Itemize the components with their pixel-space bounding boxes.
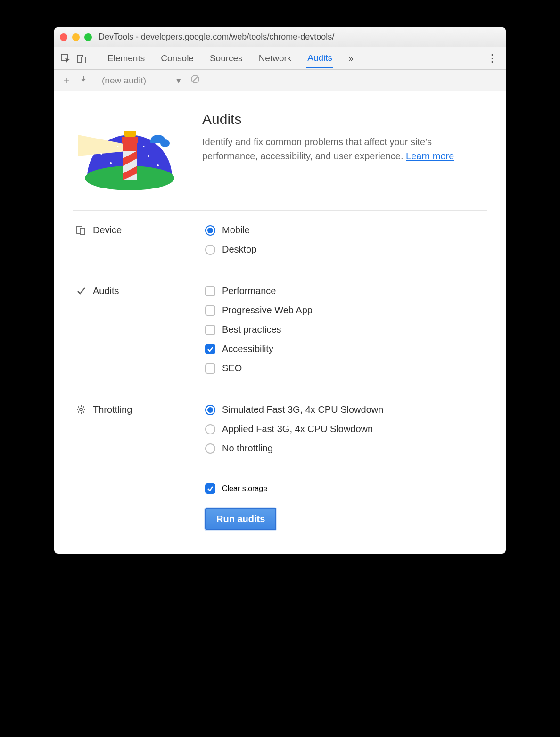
svg-point-16 <box>157 164 159 166</box>
audits-subtoolbar: ＋ (new audit) ▾ <box>54 70 506 91</box>
traffic-lights <box>60 33 92 41</box>
radio-icon <box>205 424 215 434</box>
audits-selection-section: Audits Performance Progressive Web App B… <box>73 271 487 390</box>
device-option-desktop[interactable]: Desktop <box>205 244 256 255</box>
check-icon <box>76 286 86 296</box>
throttling-section: Throttling Simulated Fast 3G, 4x CPU Slo… <box>73 390 487 470</box>
audit-option-best-practices[interactable]: Best practices <box>205 324 313 335</box>
throttling-option-simulated[interactable]: Simulated Fast 3G, 4x CPU Slowdown <box>205 404 383 415</box>
minimize-window-button[interactable] <box>72 33 80 41</box>
option-label: Progressive Web App <box>222 305 313 316</box>
throttling-options: Simulated Fast 3G, 4x CPU Slowdown Appli… <box>205 404 383 454</box>
option-label: Desktop <box>222 244 256 255</box>
option-label: Accessibility <box>222 344 273 354</box>
inspect-element-icon[interactable] <box>59 52 72 65</box>
checkbox-icon <box>205 363 215 374</box>
tab-network[interactable]: Network <box>258 49 293 68</box>
tab-audits[interactable]: Audits <box>306 48 333 68</box>
throttling-section-label: Throttling <box>73 404 205 454</box>
audit-option-accessibility[interactable]: Accessibility <box>205 344 313 354</box>
devtools-window: DevTools - developers.google.com/web/too… <box>54 27 506 554</box>
footer-section: Clear storage Run audits <box>73 470 487 530</box>
checkbox-icon <box>205 344 215 354</box>
audit-selector-label: (new audit) <box>102 75 146 86</box>
svg-point-13 <box>100 153 102 155</box>
svg-rect-7 <box>124 131 136 137</box>
option-label: SEO <box>222 363 242 374</box>
window-title: DevTools - developers.google.com/web/too… <box>99 32 334 42</box>
svg-point-18 <box>143 146 145 147</box>
option-label: Simulated Fast 3G, 4x CPU Slowdown <box>222 404 383 415</box>
devtools-main-toolbar: Elements Console Sources Network Audits … <box>54 47 506 70</box>
radio-icon <box>205 405 215 415</box>
radio-icon <box>205 225 215 236</box>
device-toolbar-icon[interactable] <box>75 52 88 65</box>
clear-storage-option[interactable]: Clear storage <box>205 483 267 494</box>
svg-rect-20 <box>80 228 85 234</box>
audits-options: Performance Progressive Web App Best pra… <box>205 286 313 374</box>
audit-option-performance[interactable]: Performance <box>205 286 313 296</box>
audits-intro-text: Audits Identify and fix common problems … <box>202 111 487 163</box>
option-label: Applied Fast 3G, 4x CPU Slowdown <box>222 424 373 434</box>
chevron-down-icon: ▾ <box>176 75 181 86</box>
audits-header: Audits Identify and fix common problems … <box>73 111 487 191</box>
audits-panel-content: Audits Identify and fix common problems … <box>54 91 506 554</box>
svg-line-4 <box>193 77 198 82</box>
throttling-option-none[interactable]: No throttling <box>205 443 383 454</box>
audits-section-label: Audits <box>73 286 205 374</box>
panel-tabs: Elements Console Sources Network Audits … <box>102 48 480 68</box>
device-icon <box>76 225 86 235</box>
radio-icon <box>205 443 215 454</box>
tab-elements[interactable]: Elements <box>107 49 146 68</box>
audits-description: Identify and fix common problems that af… <box>202 135 487 163</box>
throttling-label-text: Throttling <box>93 404 132 415</box>
option-label: Best practices <box>222 324 281 335</box>
svg-point-15 <box>148 155 149 157</box>
tabs-overflow-icon[interactable]: » <box>347 49 354 68</box>
maximize-window-button[interactable] <box>84 33 92 41</box>
audits-heading: Audits <box>202 111 487 127</box>
tab-sources[interactable]: Sources <box>209 49 244 68</box>
device-option-mobile[interactable]: Mobile <box>205 225 256 236</box>
checkbox-icon <box>205 286 215 296</box>
svg-point-14 <box>110 162 112 164</box>
throttling-option-applied[interactable]: Applied Fast 3G, 4x CPU Slowdown <box>205 424 383 434</box>
svg-marker-10 <box>123 143 137 151</box>
more-options-icon[interactable]: ⋮ <box>483 52 501 65</box>
audit-option-seo[interactable]: SEO <box>205 363 313 374</box>
svg-point-21 <box>80 408 82 411</box>
device-section: Device Mobile Desktop <box>73 210 487 271</box>
device-options: Mobile Desktop <box>205 225 256 255</box>
audits-description-text: Identify and fix common problems that af… <box>202 137 432 161</box>
svg-rect-2 <box>81 57 85 63</box>
audits-label-text: Audits <box>93 286 119 296</box>
gear-icon <box>76 404 86 415</box>
svg-rect-8 <box>122 137 138 143</box>
close-window-button[interactable] <box>60 33 67 41</box>
option-label: Performance <box>222 286 276 296</box>
option-label: No throttling <box>222 443 273 454</box>
svg-point-17 <box>117 146 119 147</box>
checkbox-icon <box>205 483 215 494</box>
clear-icon[interactable] <box>189 74 201 86</box>
download-icon[interactable] <box>78 75 89 86</box>
learn-more-link[interactable]: Learn more <box>406 151 454 161</box>
checkbox-icon <box>205 325 215 335</box>
radio-icon <box>205 245 215 255</box>
device-label-text: Device <box>93 225 122 236</box>
run-audits-button[interactable]: Run audits <box>205 508 276 530</box>
device-section-label: Device <box>73 225 205 255</box>
lighthouse-illustration <box>73 111 186 191</box>
tab-console[interactable]: Console <box>160 49 195 68</box>
window-titlebar: DevTools - developers.google.com/web/too… <box>54 27 506 47</box>
audit-option-pwa[interactable]: Progressive Web App <box>205 305 313 316</box>
separator <box>95 52 95 65</box>
checkbox-icon <box>205 305 215 316</box>
clear-storage-label: Clear storage <box>222 484 267 493</box>
audit-selector-dropdown[interactable]: (new audit) ▾ <box>95 75 181 86</box>
new-audit-icon[interactable]: ＋ <box>61 74 72 87</box>
option-label: Mobile <box>222 225 250 236</box>
